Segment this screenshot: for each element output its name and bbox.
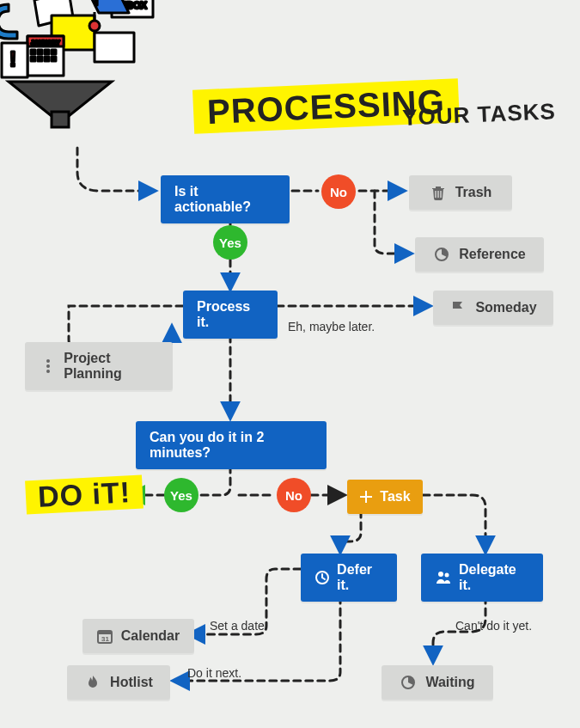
pie-icon — [433, 246, 450, 263]
outcome-waiting: Waiting — [382, 665, 493, 700]
node-defer-it: Defer it. — [301, 554, 397, 602]
node-task: Task — [347, 480, 423, 514]
caption-do-it-next: Do it next. — [187, 666, 241, 680]
svg-text:f: f — [94, 0, 100, 9]
svg-rect-12 — [52, 50, 56, 54]
caption-set-a-date: Set a date. — [210, 619, 268, 633]
title-rest-wrap: YOUR TASKS — [402, 96, 556, 123]
outcome-someday: Someday — [433, 291, 553, 325]
svg-rect-15 — [45, 57, 49, 61]
caption-maybe-later: Eh, maybe later. — [288, 320, 375, 333]
dots-icon — [40, 358, 55, 375]
outcome-project-planning-label: Project Planning — [64, 351, 157, 382]
node-two-minutes-label: Can you do it in 2 minutes? — [150, 430, 313, 461]
svg-rect-16 — [52, 57, 56, 61]
outcome-calendar: 31 Calendar — [82, 619, 194, 653]
trash-icon — [430, 184, 447, 201]
svg-rect-11 — [45, 50, 49, 54]
svg-rect-14 — [38, 57, 42, 61]
svg-point-24 — [438, 572, 443, 577]
pill-yes-1: Yes — [213, 225, 247, 260]
svg-point-25 — [445, 573, 449, 578]
caption-cant-do-it-yet: Can't do it yet. — [455, 619, 532, 633]
svg-rect-22 — [52, 112, 69, 127]
do-it-label: DO iT! — [37, 475, 131, 513]
outcome-reference-label: Reference — [459, 247, 525, 262]
svg-point-29 — [46, 370, 50, 373]
pill-yes-2-label: Yes — [170, 488, 192, 503]
pill-no-2-label: No — [285, 488, 302, 503]
svg-point-28 — [46, 364, 50, 368]
svg-text:JANUARY: JANUARY — [31, 40, 60, 46]
node-task-label: Task — [380, 489, 410, 505]
outcome-trash-label: Trash — [455, 185, 492, 200]
outcome-project-planning: Project Planning — [25, 342, 173, 390]
node-is-actionable: Is it actionable? — [161, 175, 290, 223]
svg-marker-2 — [86, 0, 129, 13]
outcome-calendar-label: Calendar — [121, 628, 180, 644]
title-rest: YOUR TASKS — [402, 98, 557, 132]
plus-icon — [359, 488, 373, 505]
outcome-hotlist-label: Hotlist — [110, 675, 153, 690]
node-defer-it-label: Defer it. — [337, 562, 383, 593]
people-icon — [435, 569, 452, 586]
node-delegate-it: Delegate it. — [421, 554, 543, 602]
node-two-minutes: Can you do it in 2 minutes? — [136, 421, 327, 469]
outcome-hotlist: Hotlist — [67, 665, 170, 700]
svg-rect-20 — [95, 33, 134, 62]
pill-no-2: No — [277, 478, 311, 512]
clock-icon — [314, 569, 330, 586]
svg-rect-13 — [31, 57, 35, 61]
pill-yes-1-label: Yes — [219, 236, 241, 250]
outcome-waiting-label: Waiting — [425, 675, 474, 690]
pill-no-1: No — [321, 174, 356, 209]
pill-no-1-label: No — [330, 185, 347, 199]
outcome-trash: Trash — [409, 175, 512, 210]
node-is-actionable-label: Is it actionable? — [174, 184, 276, 215]
calendar-icon: 31 — [97, 627, 113, 645]
inbox-doodle: INBOX f JANUARY ! — [0, 0, 163, 155]
svg-point-19 — [89, 21, 100, 31]
svg-rect-9 — [31, 50, 35, 54]
node-process-it-label: Process it. — [197, 299, 264, 330]
svg-rect-31 — [98, 631, 112, 634]
outcome-someday-label: Someday — [475, 300, 536, 315]
node-process-it: Process it. — [183, 291, 278, 339]
flag-icon — [449, 299, 467, 316]
outcome-reference: Reference — [415, 237, 544, 272]
flame-icon — [84, 674, 101, 691]
svg-text:!: ! — [9, 47, 16, 70]
pie2-icon — [400, 674, 417, 691]
svg-text:31: 31 — [101, 635, 109, 643]
svg-point-27 — [46, 359, 50, 363]
do-it-highlight: DO iT! — [25, 474, 143, 514]
svg-rect-10 — [38, 50, 42, 54]
node-delegate-it-label: Delegate it. — [459, 562, 529, 593]
pill-yes-2: Yes — [164, 478, 198, 512]
